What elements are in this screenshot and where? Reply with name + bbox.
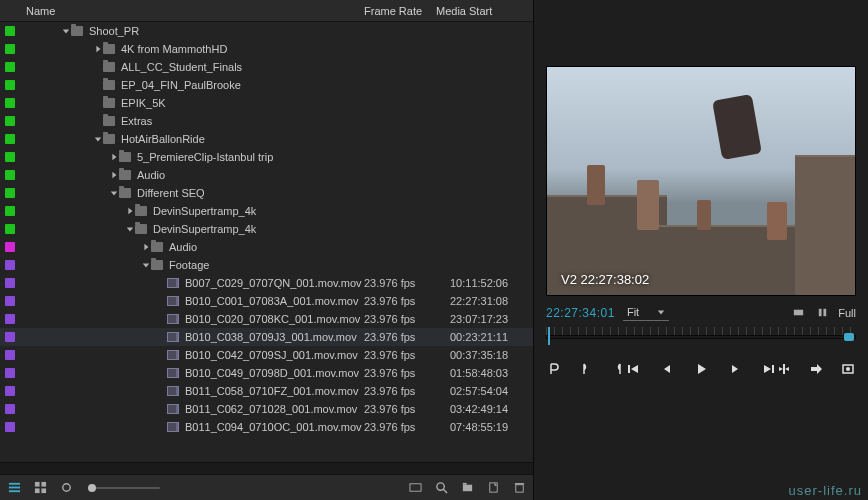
label-color-chip[interactable]	[5, 296, 15, 306]
search-icon[interactable]	[433, 480, 449, 496]
disclosure-arrow-icon[interactable]	[61, 26, 71, 36]
zoom-fit-dropdown[interactable]: Fit	[623, 304, 669, 321]
disclosure-arrow-icon[interactable]	[93, 44, 103, 54]
play-button[interactable]	[693, 361, 709, 377]
column-header-framerate[interactable]: Frame Rate	[364, 5, 436, 17]
disclosure-arrow-icon[interactable]	[109, 188, 119, 198]
label-color-chip[interactable]	[5, 26, 15, 36]
label-color-chip[interactable]	[5, 278, 15, 288]
clip-row[interactable]: B011_C062_071028_001.mov.mov23.976 fps03…	[0, 400, 533, 418]
disclosure-arrow-icon[interactable]	[109, 152, 119, 162]
new-item-icon[interactable]	[485, 480, 501, 496]
mini-timeline[interactable]	[546, 327, 856, 349]
svg-rect-31	[628, 365, 630, 373]
out-point-icon[interactable]	[844, 333, 854, 341]
bin-row[interactable]: DevinSupertramp_4k	[0, 220, 533, 238]
preview-viewport[interactable]: V2 22:27:38:02	[546, 66, 856, 296]
horizontal-scrollbar[interactable]	[0, 462, 533, 474]
clip-row[interactable]: B010_C001_07083A_001.mov.mov23.976 fps22…	[0, 292, 533, 310]
label-color-chip[interactable]	[5, 116, 15, 126]
mark-in-button[interactable]	[546, 361, 562, 377]
disclosure-placeholder	[93, 62, 103, 72]
bin-row[interactable]: Audio	[0, 166, 533, 184]
label-color-chip[interactable]	[5, 242, 15, 252]
bin-row[interactable]: Audio	[0, 238, 533, 256]
bin-row[interactable]: 5_PremiereClip-Istanbul trip	[0, 148, 533, 166]
new-bin-icon[interactable]	[459, 480, 475, 496]
svg-rect-19	[409, 484, 420, 491]
label-color-chip[interactable]	[5, 152, 15, 162]
disclosure-arrow-icon[interactable]	[141, 260, 151, 270]
step-forward-button[interactable]	[727, 361, 743, 377]
label-color-chip[interactable]	[5, 404, 15, 414]
svg-marker-2	[96, 46, 100, 52]
label-color-chip[interactable]	[5, 260, 15, 270]
output-icon[interactable]	[814, 305, 830, 321]
label-color-chip[interactable]	[5, 188, 15, 198]
bin-row[interactable]: Footage	[0, 256, 533, 274]
bin-row[interactable]: EPIK_5K	[0, 94, 533, 112]
row-mediastart: 02:57:54:04	[450, 385, 508, 397]
label-color-chip[interactable]	[5, 368, 15, 378]
clip-row[interactable]: B010_C020_0708KC_001.mov.mov23.976 fps23…	[0, 310, 533, 328]
row-label: 4K from MammothHD	[121, 43, 227, 55]
label-color-chip[interactable]	[5, 44, 15, 54]
playback-resolution[interactable]: Full	[838, 307, 856, 319]
clip-row[interactable]: B010_C049_07098D_001.mov.mov23.976 fps01…	[0, 364, 533, 382]
label-color-chip[interactable]	[5, 170, 15, 180]
freeform-view-icon[interactable]	[58, 480, 74, 496]
bin-row[interactable]: Shoot_PR	[0, 22, 533, 40]
clip-row[interactable]: B011_C058_0710FZ_001.mov.mov23.976 fps02…	[0, 382, 533, 400]
clip-row[interactable]: B010_C038_0709J3_001.mov.mov23.976 fps00…	[0, 328, 533, 346]
export-frame-button[interactable]	[840, 361, 856, 377]
playhead-timecode[interactable]: 22:27:34:01	[546, 306, 615, 320]
bin-row[interactable]: 4K from MammothHD	[0, 40, 533, 58]
zoom-slider[interactable]	[88, 487, 160, 489]
disclosure-placeholder	[157, 296, 167, 306]
label-color-chip[interactable]	[5, 386, 15, 396]
playhead-icon[interactable]	[548, 327, 550, 345]
label-color-chip[interactable]	[5, 422, 15, 432]
disclosure-arrow-icon[interactable]	[93, 134, 103, 144]
settings-icon[interactable]	[790, 305, 806, 321]
mark-in-icon[interactable]	[578, 361, 594, 377]
zoom-slider-thumb[interactable]	[88, 484, 96, 492]
disclosure-arrow-icon[interactable]	[125, 224, 135, 234]
bin-row[interactable]: HotAirBallonRide	[0, 130, 533, 148]
disclosure-arrow-icon[interactable]	[141, 242, 151, 252]
label-color-chip[interactable]	[5, 314, 15, 324]
folder-icon	[103, 80, 115, 90]
bin-row[interactable]: Extras	[0, 112, 533, 130]
bin-row[interactable]: Different SEQ	[0, 184, 533, 202]
icon-view-icon[interactable]	[32, 480, 48, 496]
step-back-button[interactable]	[659, 361, 675, 377]
label-color-chip[interactable]	[5, 206, 15, 216]
bin-row[interactable]: DevinSupertramp_4k	[0, 202, 533, 220]
label-color-chip[interactable]	[5, 98, 15, 108]
go-to-out-button[interactable]	[761, 361, 777, 377]
row-label: B010_C049_07098D_001.mov.mov	[185, 367, 359, 379]
column-header-name[interactable]: Name	[26, 5, 364, 17]
clip-row[interactable]: B010_C042_0709SJ_001.mov.mov23.976 fps00…	[0, 346, 533, 364]
delete-icon[interactable]	[511, 480, 527, 496]
mark-out-icon[interactable]	[610, 361, 626, 377]
column-header-mediastart[interactable]: Media Start	[436, 5, 516, 17]
automate-to-sequence-icon[interactable]	[407, 480, 423, 496]
bin-row[interactable]: EP_04_FIN_PaulBrooke	[0, 76, 533, 94]
bin-row[interactable]: ALL_CC_Student_Finals	[0, 58, 533, 76]
overwrite-button[interactable]	[808, 361, 824, 377]
disclosure-arrow-icon[interactable]	[125, 206, 135, 216]
label-color-chip[interactable]	[5, 134, 15, 144]
label-color-chip[interactable]	[5, 224, 15, 234]
disclosure-arrow-icon[interactable]	[109, 170, 119, 180]
label-color-chip[interactable]	[5, 80, 15, 90]
clip-row[interactable]: B007_C029_0707QN_001.mov.mov23.976 fps10…	[0, 274, 533, 292]
label-color-chip[interactable]	[5, 350, 15, 360]
go-to-in-button[interactable]	[625, 361, 641, 377]
label-color-chip[interactable]	[5, 62, 15, 72]
clip-row[interactable]: B011_C094_0710OC_001.mov.mov23.976 fps07…	[0, 418, 533, 436]
list-view-icon[interactable]	[6, 480, 22, 496]
insert-button[interactable]	[776, 361, 792, 377]
project-tree[interactable]: Shoot_PR4K from MammothHDALL_CC_Student_…	[0, 22, 533, 462]
label-color-chip[interactable]	[5, 332, 15, 342]
